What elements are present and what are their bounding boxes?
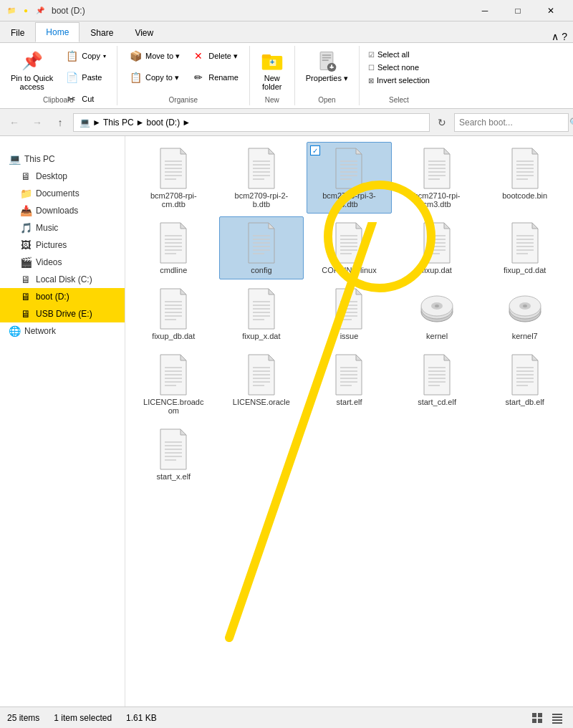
sidebar-item-music[interactable]: 🎵 Music — [0, 219, 125, 236]
file-item[interactable]: LICENCE.broadcom — [131, 348, 216, 420]
file-name: cmdline — [160, 266, 187, 274]
file-item[interactable]: start_db.elf — [482, 348, 567, 420]
file-item[interactable]: fixup_x.dat — [219, 282, 304, 345]
sidebar-item-videos[interactable]: 🎬 Videos — [0, 254, 125, 271]
svg-point-124 — [523, 305, 527, 307]
properties-button[interactable]: Properties ▾ — [301, 46, 353, 87]
clipboard-group: 📌 Pin to Quickaccess 📋 Copy ▾ 📄 Paste ✂ … — [0, 46, 117, 105]
search-icon: 🔍 — [569, 118, 573, 128]
sidebar-item-documents[interactable]: 📁 Documents — [0, 185, 125, 202]
ribbon: 📌 Pin to Quickaccess 📋 Copy ▾ 📄 Paste ✂ … — [0, 43, 573, 109]
sidebar-item-boot-d[interactable]: 🖥 boot (D:) — [0, 288, 125, 305]
status-bar: 25 items 1 item selected 1.61 KB — [0, 707, 573, 728]
file-name: LICENSE.oracle — [233, 398, 290, 406]
sidebar-item-usb-drive-e[interactable]: 🖥 USB Drive (E:) — [0, 305, 125, 322]
file-item[interactable]: start_cd.elf — [395, 348, 480, 420]
svg-rect-179 — [552, 719, 562, 721]
select-all-button[interactable]: ☑ Select all — [365, 49, 433, 60]
tab-share[interactable]: Share — [80, 23, 124, 42]
rename-button[interactable]: ✏ Rename — [186, 67, 244, 87]
file-item[interactable]: issue — [307, 282, 392, 345]
file-item[interactable]: bcm2708-rpi-cm.dtb — [131, 142, 216, 214]
paste-button[interactable]: 📄 Paste — [59, 67, 111, 87]
tab-view[interactable]: View — [124, 23, 164, 42]
delete-button[interactable]: ✕ Delete ▾ — [186, 46, 244, 66]
file-item[interactable]: start.elf — [307, 348, 392, 420]
sidebar-item-network[interactable]: 🌐 Network — [0, 322, 125, 340]
file-name: bcm2708-rpi-cm.dtb — [141, 191, 206, 209]
boot-d-label: boot (D:) — [146, 118, 180, 128]
details-view-button[interactable] — [549, 709, 566, 727]
delete-icon: ✕ — [191, 49, 206, 63]
select-none-label: Select none — [377, 63, 419, 72]
file-item[interactable]: kernel — [395, 282, 480, 345]
move-to-button[interactable]: 📦 Move to ▾ — [123, 46, 185, 66]
tab-file[interactable]: File — [0, 23, 35, 42]
selected-count: 1 item selected — [54, 713, 112, 723]
disk-file-icon — [504, 287, 546, 330]
help-icon[interactable]: ? — [562, 31, 567, 42]
this-pc-icon: 💻 — [9, 153, 20, 165]
ribbon-tabs: File Home Share View ∧ ? — [0, 21, 573, 43]
file-item[interactable]: config — [219, 216, 304, 279]
file-checkbox[interactable]: ✓ — [310, 145, 320, 155]
refresh-button[interactable]: ↻ — [433, 113, 451, 132]
address-input[interactable]: 💻 ► This PC ► boot (D:) ► — [73, 113, 430, 132]
file-item[interactable]: kernel7 — [482, 282, 567, 345]
sidebar-item-local-disk-c[interactable]: 🖥 Local Disk (C:) — [0, 271, 125, 288]
pin-icon: 📌 — [21, 49, 44, 72]
open-group: Properties ▾ Open — [295, 46, 360, 105]
disk-file-icon — [415, 287, 458, 330]
invert-selection-button[interactable]: ⊠ Invert selection — [365, 75, 433, 86]
file-name: fixup.dat — [422, 266, 452, 274]
sidebar-item-pictures[interactable]: 🖼 Pictures — [0, 236, 125, 254]
sidebar-item-downloads[interactable]: 📥 Downloads — [0, 202, 125, 219]
copy-to-icon: 📋 — [128, 70, 143, 85]
file-item[interactable]: fixup.dat — [395, 216, 480, 279]
document-file-icon — [240, 353, 283, 396]
file-item[interactable]: bcm2709-rpi-2-b.dtb — [219, 142, 304, 214]
minimize-button[interactable]: ─ — [468, 0, 501, 21]
ribbon-collapse-icon[interactable]: ∧ — [552, 31, 559, 42]
sidebar-item-this-pc[interactable]: 💻 This PC — [0, 150, 125, 168]
file-name: bcm2710-rpi-cm3.dtb — [405, 191, 469, 209]
file-name: fixup_db.dat — [152, 332, 195, 340]
maximize-button[interactable]: □ — [501, 0, 534, 21]
organise-label: Organise — [169, 96, 198, 104]
document-file-icon — [327, 287, 370, 330]
file-item[interactable]: ✓ bcm2710-rpi-3-b.dtb — [307, 142, 392, 214]
file-item[interactable]: bcm2710-rpi-cm3.dtb — [395, 142, 480, 214]
svg-marker-60 — [269, 223, 274, 229]
svg-text:+: + — [270, 57, 274, 66]
file-item[interactable]: start_x.elf — [131, 423, 216, 486]
svg-marker-150 — [444, 355, 450, 360]
search-input[interactable] — [459, 118, 567, 128]
new-folder-button[interactable]: + Newfolder — [256, 46, 289, 95]
file-name: start.elf — [336, 398, 362, 406]
close-button[interactable]: ✕ — [534, 0, 567, 21]
usb-drive-e-icon: 🖥 — [20, 308, 32, 320]
large-icons-view-button[interactable] — [529, 709, 546, 727]
pin-quick-access-button[interactable]: 📌 Pin to Quickaccess — [6, 46, 58, 95]
sidebar-item-desktop[interactable]: 🖥 Desktop — [0, 168, 125, 185]
tab-home[interactable]: Home — [35, 22, 80, 42]
paste-icon: 📄 — [64, 70, 79, 85]
file-item[interactable]: fixup_cd.dat — [482, 216, 567, 279]
file-item[interactable]: bootcode.bin — [482, 142, 567, 214]
file-item[interactable]: cmdline — [131, 216, 216, 279]
svg-marker-100 — [269, 289, 274, 294]
document-file-icon — [327, 353, 370, 396]
select-none-button[interactable]: ☐ Select none — [365, 62, 433, 73]
document-file-icon — [240, 221, 283, 264]
file-item[interactable]: fixup_db.dat — [131, 282, 216, 345]
file-item[interactable]: COPYING.linux — [307, 216, 392, 279]
network-icon: 🌐 — [9, 325, 20, 337]
search-container: 🔍 — [454, 113, 569, 132]
copy-to-button[interactable]: 📋 Copy to ▾ — [123, 67, 185, 87]
svg-rect-174 — [538, 713, 542, 717]
svg-rect-10 — [330, 67, 334, 68]
document-file-icon — [240, 147, 283, 190]
local-disk-c-nav-label: Local Disk (C:) — [36, 274, 92, 284]
copy-button[interactable]: 📋 Copy ▾ — [59, 46, 111, 66]
file-item[interactable]: LICENSE.oracle — [219, 348, 304, 420]
